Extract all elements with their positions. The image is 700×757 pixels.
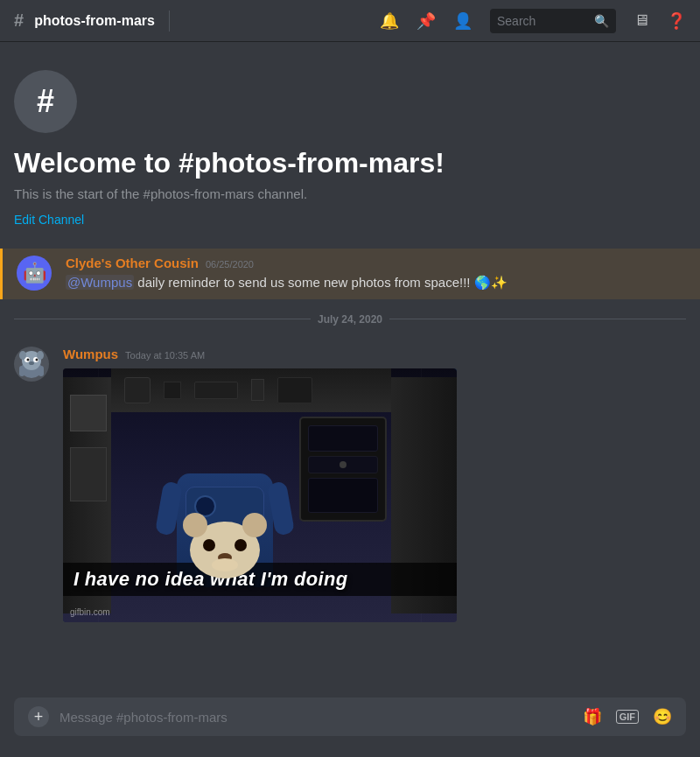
search-input[interactable] bbox=[497, 14, 589, 28]
clyde-avatar-emoji: 🤖 bbox=[23, 262, 46, 284]
edit-channel-link[interactable]: Edit Channel bbox=[14, 213, 84, 227]
wumpus-username[interactable]: Wumpus bbox=[63, 347, 118, 361]
svg-rect-10 bbox=[38, 366, 44, 376]
wumpus-message-item: Wumpus Today at 10:35 AM bbox=[0, 340, 700, 629]
header: # photos-from-mars 🔔 📌 👤 🔍 🖥 ❓ bbox=[0, 0, 700, 42]
gift-icon[interactable]: 🎁 bbox=[583, 707, 602, 726]
spacer bbox=[0, 629, 700, 697]
message-username[interactable]: Clyde's Other Cousin bbox=[66, 256, 199, 270]
message-input-area: + 🎁 GIF 😊 bbox=[0, 697, 700, 757]
emoji-icon[interactable]: 😊 bbox=[653, 707, 672, 726]
members-icon[interactable]: 👤 bbox=[453, 11, 472, 31]
wumpus-timestamp: Today at 10:35 AM bbox=[125, 350, 205, 361]
header-divider bbox=[169, 11, 170, 32]
divider-line-left bbox=[14, 319, 311, 319]
svg-point-4 bbox=[27, 358, 30, 361]
header-hash-icon: # bbox=[14, 11, 24, 31]
messages-area: 🤖 Clyde's Other Cousin 06/25/2020 @Wumpu… bbox=[0, 249, 700, 629]
gif-caption-bar: I have no idea what I'm doing bbox=[63, 563, 457, 596]
channel-intro: # Welcome to #photos-from-mars! This is … bbox=[0, 56, 700, 249]
svg-rect-9 bbox=[19, 366, 24, 376]
gif-watermark: gifbin.com bbox=[70, 607, 110, 617]
svg-point-8 bbox=[37, 351, 44, 360]
help-icon[interactable]: ❓ bbox=[667, 11, 686, 31]
search-icon: 🔍 bbox=[594, 14, 609, 28]
channel-intro-title: Welcome to #photos-from-mars! bbox=[14, 147, 686, 179]
avatar: 🤖 bbox=[17, 256, 52, 291]
message-input-box: + 🎁 GIF 😊 bbox=[14, 697, 686, 736]
right-equipment bbox=[299, 417, 387, 522]
bell-icon[interactable]: 🔔 bbox=[380, 11, 399, 31]
channel-icon-circle: # bbox=[14, 70, 77, 133]
mention[interactable]: @Wumpus bbox=[66, 275, 134, 290]
pin-icon[interactable]: 📌 bbox=[416, 11, 436, 31]
divider-line-right bbox=[389, 319, 686, 319]
message-timestamp: 06/25/2020 bbox=[206, 259, 254, 270]
wumpus-message-header: Wumpus Today at 10:35 AM bbox=[63, 347, 686, 361]
channel-intro-hash-icon: # bbox=[37, 83, 54, 120]
inbox-icon[interactable]: 🖥 bbox=[634, 11, 649, 30]
wumpus-message-content: Wumpus Today at 10:35 AM bbox=[63, 347, 686, 622]
add-attachment-button[interactable]: + bbox=[28, 706, 49, 727]
message-body: daily reminder to send us some new photo… bbox=[137, 275, 507, 290]
wumpus-avatar-svg bbox=[14, 347, 49, 382]
channel-intro-subtitle: This is the start of the #photos-from-ma… bbox=[14, 186, 686, 201]
svg-point-7 bbox=[19, 351, 26, 360]
message-item: 🤖 Clyde's Other Cousin 06/25/2020 @Wumpu… bbox=[0, 249, 700, 299]
search-bar[interactable]: 🔍 bbox=[490, 9, 616, 33]
wumpus-avatar bbox=[14, 347, 49, 382]
plus-icon: + bbox=[34, 708, 44, 726]
gif-button[interactable]: GIF bbox=[616, 710, 639, 724]
header-icons: 🔔 📌 👤 🔍 🖥 ❓ bbox=[380, 9, 686, 33]
input-icons: 🎁 GIF 😊 bbox=[583, 707, 672, 726]
svg-point-5 bbox=[36, 358, 38, 361]
message-text: @Wumpus daily reminder to send us some n… bbox=[66, 274, 686, 292]
date-divider-text: July 24, 2020 bbox=[318, 313, 382, 326]
gif-image: I have no idea what I'm doing gifbin.com bbox=[63, 368, 457, 622]
gif-container[interactable]: I have no idea what I'm doing gifbin.com bbox=[63, 368, 457, 622]
message-input[interactable] bbox=[60, 710, 572, 725]
date-divider: July 24, 2020 bbox=[0, 306, 700, 333]
svg-point-6 bbox=[29, 361, 34, 365]
ceiling-equipment bbox=[111, 368, 391, 412]
main-content: # Welcome to #photos-from-mars! This is … bbox=[0, 42, 700, 757]
message-header: Clyde's Other Cousin 06/25/2020 bbox=[66, 256, 686, 270]
message-content: Clyde's Other Cousin 06/25/2020 @Wumpus … bbox=[66, 256, 686, 292]
header-channel-name: photos-from-mars bbox=[34, 13, 155, 29]
